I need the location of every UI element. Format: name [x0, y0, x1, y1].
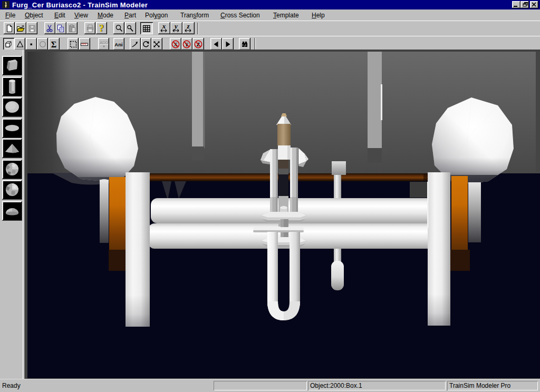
svg-text:Ani: Ani: [114, 41, 122, 47]
svg-text:ADD: ADD: [99, 41, 108, 45]
svg-text:x: x: [162, 24, 166, 30]
svg-text:y: y: [173, 24, 178, 30]
svg-text:z: z: [186, 24, 190, 30]
svg-text:Σ: Σ: [51, 40, 56, 48]
svg-text:?: ?: [99, 24, 104, 33]
